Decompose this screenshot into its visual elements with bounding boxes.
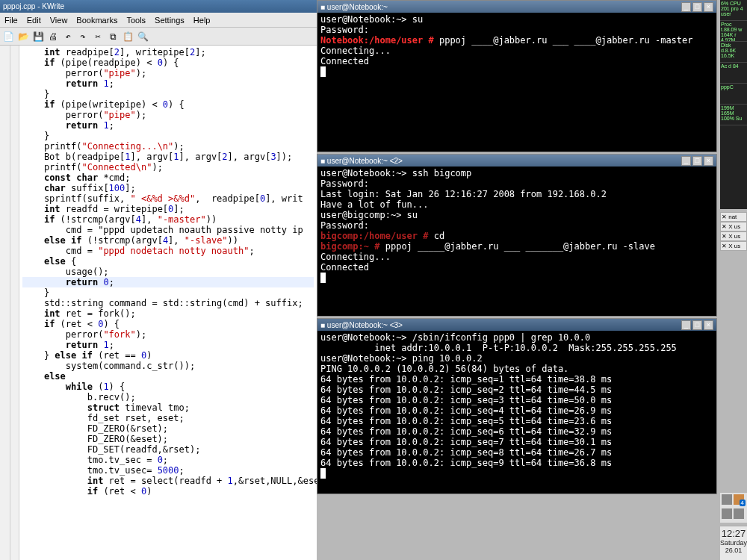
code-line[interactable]: while (1) { [22, 382, 314, 392]
menu-file[interactable]: File [0, 16, 22, 25]
code-line[interactable]: std::string command = std::string(cmd) +… [22, 298, 314, 308]
code-line[interactable]: cmd = "pppd nodetach notty noauth"; [22, 246, 314, 256]
minimize-icon[interactable]: _ [681, 2, 691, 12]
terminal-3-body[interactable]: user@Notebook:~> /sbin/ifconfig ppp0 | g… [317, 331, 716, 494]
code-line[interactable]: else { [22, 256, 314, 267]
code-line[interactable]: else [22, 371, 314, 382]
code-line[interactable]: FD_ZERO(&rset); [22, 423, 314, 434]
code-line[interactable]: if (ret < 0) [22, 486, 314, 497]
terminal-1-titlebar[interactable]: ■ user@Notebook:~ _ □ × [317, 1, 716, 13]
code-line[interactable]: tmo.tv_sec = 0; [22, 455, 314, 465]
code-line[interactable]: int readpipe[2], writepipe[2]; [22, 47, 314, 57]
terminal-line: 64 bytes from 10.0.0.2: icmp_seq=1 ttl=6… [320, 374, 713, 385]
menu-view[interactable]: View [46, 16, 72, 25]
code-line[interactable]: if (pipe(writepipe) < 0) { [22, 99, 314, 110]
code-line[interactable]: } else if (ret == 0) [22, 350, 314, 361]
code-line[interactable]: return 1; [22, 120, 314, 131]
code-line[interactable]: } [22, 89, 314, 99]
menu-edit[interactable]: Edit [22, 16, 46, 25]
code-line[interactable]: return 0; [22, 277, 314, 287]
code-line[interactable]: perror("pipe"); [22, 68, 314, 78]
new-file-icon[interactable]: 📄 [1, 30, 15, 43]
code-line[interactable]: } [22, 287, 314, 298]
code-line[interactable]: usage(); [22, 267, 314, 277]
open-file-icon[interactable]: 📂 [16, 30, 30, 43]
code-line[interactable]: sprintf(suffix, " <&%d >&%d", readpipe[0… [22, 193, 314, 204]
code-line[interactable]: char suffix[100]; [22, 183, 314, 193]
terminal-line: Password: [320, 220, 713, 231]
code-line[interactable]: cmd = "pppd updetach noauth passive nott… [22, 225, 314, 235]
task-item[interactable]: ✕ X us [720, 231, 747, 241]
code-line[interactable]: if (!strcmp(argv[4], "-master")) [22, 214, 314, 225]
code-line[interactable]: if (ret < 0) { [22, 319, 314, 329]
tray-icon[interactable]: 4 [734, 494, 744, 505]
code-line[interactable]: Bot b(readpipe[1], argv[1], argv[2], arg… [22, 152, 314, 162]
code-line[interactable]: else if (!strcmp(argv[4], "-slave")) [22, 235, 314, 246]
terminal-3[interactable]: ■ user@Notebook:~ <3> _ □ × user@Noteboo… [317, 318, 717, 494]
undo-icon[interactable]: ↶ [61, 30, 75, 43]
copy-icon[interactable]: ⧉ [106, 30, 120, 43]
code-line[interactable]: system(command.c_str()); [22, 361, 314, 371]
task-item[interactable]: ✕ X us [720, 241, 747, 251]
code-line[interactable]: return 1; [22, 340, 314, 350]
code-line[interactable]: return 1; [22, 78, 314, 89]
code-line[interactable]: b.recv(); [22, 392, 314, 402]
close-icon[interactable]: × [704, 2, 713, 12]
maximize-icon[interactable]: □ [692, 156, 702, 166]
minimize-icon[interactable]: _ [681, 156, 691, 166]
task-item[interactable]: ✕ nat [720, 212, 747, 222]
kwrite-toolbar[interactable]: 📄 📂 💾 🖨 ↶ ↷ ✂ ⧉ 📋 🔍 [0, 28, 317, 46]
redo-icon[interactable]: ↷ [76, 30, 90, 43]
maximize-icon[interactable]: □ [692, 2, 702, 12]
code-line[interactable]: if (pipe(readpipe) < 0) { [22, 57, 314, 68]
menu-tools[interactable]: Tools [122, 16, 150, 25]
save-icon[interactable]: 💾 [31, 30, 45, 43]
code-line[interactable]: struct timeval tmo; [22, 402, 314, 413]
kwrite-editor-area[interactable]: int readpipe[2], writepipe[2]; if (pipe(… [0, 46, 317, 560]
code-line[interactable]: } [22, 131, 314, 141]
code-line[interactable]: perror("pipe"); [22, 110, 314, 120]
clock-widget[interactable]: 12:27 Saturday 26.01 [720, 526, 747, 560]
code-line[interactable]: printf("Connected\n"); [22, 162, 314, 172]
code-line[interactable]: int readfd = writepipe[0]; [22, 204, 314, 214]
fold-column[interactable] [10, 46, 19, 560]
tray-icon[interactable] [734, 508, 744, 519]
kwrite-titlebar[interactable]: pppoj.cpp - KWrite [0, 0, 317, 13]
find-icon[interactable]: 🔍 [136, 30, 149, 43]
code-line[interactable]: FD_ZERO(&eset); [22, 434, 314, 444]
menu-settings[interactable]: Settings [150, 16, 189, 25]
code-line[interactable]: fd_set rset, eset; [22, 413, 314, 423]
minimize-icon[interactable]: _ [681, 320, 691, 330]
code-line[interactable]: tmo.tv_usec= 5000; [22, 465, 314, 476]
terminal-1[interactable]: ■ user@Notebook:~ _ □ × user@Notebook:~>… [317, 0, 717, 152]
menu-help[interactable]: Help [189, 16, 215, 25]
close-icon[interactable]: × [704, 156, 713, 166]
terminal-line: user@bigcomp:~> su [320, 210, 713, 220]
menu-bookmarks[interactable]: Bookmarks [72, 16, 122, 25]
paste-icon[interactable]: 📋 [121, 30, 134, 43]
kwrite-menubar[interactable]: FileEditViewBookmarksToolsSettingsHelp [0, 13, 317, 28]
code-line[interactable]: int ret = fork(); [22, 308, 314, 319]
terminal-line: Password: [320, 25, 713, 35]
terminal-line: Password: [320, 178, 713, 189]
code-line[interactable]: int ret = select(readfd + 1,&rset,NULL,&… [22, 476, 314, 486]
terminal-1-body[interactable]: user@Notebook:~> suPassword:Notebook:/ho… [317, 13, 716, 152]
terminal-2[interactable]: ■ user@Notebook:~ <2> _ □ × user@Noteboo… [317, 154, 717, 317]
terminal-3-titlebar[interactable]: ■ user@Notebook:~ <3> _ □ × [317, 319, 716, 331]
code-editor[interactable]: int readpipe[2], writepipe[2]; if (pipe(… [19, 46, 317, 560]
code-line[interactable]: const char *cmd; [22, 172, 314, 183]
taskbar-side[interactable]: ✕ nat✕ X us✕ X us✕ X us [720, 212, 747, 251]
cut-icon[interactable]: ✂ [91, 30, 105, 43]
task-item[interactable]: ✕ X us [720, 222, 747, 231]
tray-icon[interactable] [722, 494, 732, 505]
maximize-icon[interactable]: □ [692, 320, 702, 330]
system-tray[interactable]: 4 [720, 493, 747, 523]
code-line[interactable]: FD_SET(readfd,&rset); [22, 444, 314, 455]
terminal-2-body[interactable]: user@Notebook:~> ssh bigcompPassword:Las… [317, 167, 716, 316]
close-icon[interactable]: × [704, 320, 713, 330]
print-icon[interactable]: 🖨 [46, 30, 60, 43]
terminal-2-titlebar[interactable]: ■ user@Notebook:~ <2> _ □ × [317, 155, 716, 167]
code-line[interactable]: perror("fork"); [22, 329, 314, 340]
tray-icon[interactable] [722, 508, 732, 519]
code-line[interactable]: printf("Connecting...\n"); [22, 141, 314, 152]
